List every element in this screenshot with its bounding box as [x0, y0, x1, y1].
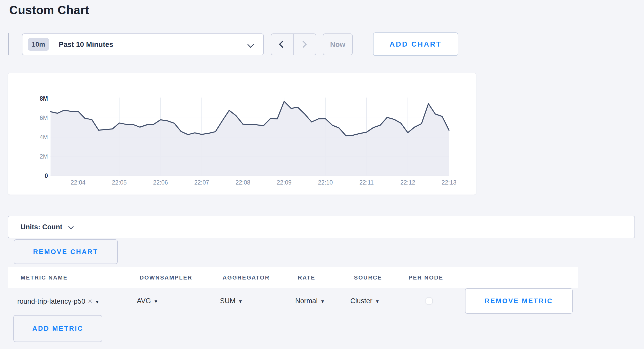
- col-header-source: SOURCE: [354, 274, 382, 281]
- chevron-right-icon: [299, 41, 307, 48]
- metric-name-select[interactable]: round-trip-latency-p50×▾: [17, 297, 99, 306]
- col-header-downsampler: DOWNSAMPLER: [140, 274, 192, 281]
- chart-card: 02M4M6M8M 22:0422:0522:0622:0722:0822:09…: [8, 73, 476, 195]
- aggregator-select[interactable]: SUM▾: [220, 297, 242, 305]
- toolbar-divider: [8, 33, 9, 55]
- downsampler-select[interactable]: AVG▾: [137, 297, 157, 305]
- col-header-rate: RATE: [298, 274, 315, 281]
- col-header-per-node: PER NODE: [409, 274, 443, 281]
- aggregator-value: SUM: [220, 297, 235, 305]
- rate-value: Normal: [295, 297, 318, 305]
- units-label: Units: Count: [21, 223, 62, 231]
- y-tick-label: 6M: [30, 115, 48, 121]
- metric-name-value: round-trip-latency-p50: [17, 298, 85, 305]
- x-tick-label: 22:07: [186, 179, 217, 186]
- time-range-badge: 10m: [28, 38, 49, 51]
- time-range-dropdown[interactable]: 10m Past 10 Minutes: [22, 33, 264, 55]
- chevron-down-icon: [247, 41, 254, 48]
- add-chart-button[interactable]: ADD CHART: [373, 32, 458, 56]
- y-tick-label: 0: [30, 172, 48, 179]
- col-header-metric-name: METRIC NAME: [21, 274, 68, 281]
- caret-down-icon: ▾: [376, 298, 379, 304]
- next-time-button[interactable]: [293, 34, 316, 55]
- x-tick-label: 22:06: [145, 179, 176, 186]
- time-range-label: Past 10 Minutes: [59, 40, 113, 49]
- add-metric-button[interactable]: ADD METRIC: [13, 315, 102, 342]
- x-tick-label: 22:11: [351, 179, 382, 186]
- y-tick-label: 2M: [30, 153, 48, 160]
- caret-down-icon: ▾: [155, 298, 157, 304]
- x-tick-label: 22:09: [269, 179, 300, 186]
- rate-select[interactable]: Normal▾: [295, 297, 324, 305]
- metrics-table-header: [8, 267, 578, 288]
- remove-chart-button[interactable]: REMOVE CHART: [14, 239, 118, 264]
- line-chart[interactable]: [8, 73, 476, 195]
- source-select[interactable]: Cluster▾: [350, 297, 379, 305]
- custom-chart-page: Custom Chart 10m Past 10 Minutes Now ADD…: [0, 0, 644, 349]
- source-value: Cluster: [350, 297, 372, 305]
- y-tick-label: 8M: [30, 95, 48, 102]
- units-dropdown[interactable]: Units: Count: [8, 216, 635, 238]
- caret-down-icon: ▾: [321, 298, 324, 304]
- downsampler-value: AVG: [137, 297, 151, 305]
- caret-down-icon: ▾: [239, 298, 242, 304]
- x-tick-label: 22:10: [310, 179, 341, 186]
- per-node-checkbox[interactable]: [426, 298, 433, 304]
- remove-metric-button[interactable]: REMOVE METRIC: [465, 288, 573, 314]
- x-tick-label: 22:08: [227, 179, 258, 186]
- x-tick-label: 22:04: [63, 179, 94, 186]
- x-tick-label: 22:12: [392, 179, 423, 186]
- prev-time-button[interactable]: [271, 34, 293, 55]
- col-header-aggregator: AGGREGATOR: [223, 274, 270, 281]
- x-tick-label: 22:13: [434, 179, 464, 186]
- caret-down-icon: ▾: [96, 299, 99, 305]
- remove-metric-value-icon[interactable]: ×: [88, 297, 92, 305]
- chevron-down-icon: [68, 224, 74, 229]
- x-tick-label: 22:05: [104, 179, 135, 186]
- chevron-left-icon: [279, 41, 286, 48]
- page-title: Custom Chart: [9, 3, 89, 17]
- time-step-buttons: [271, 33, 316, 55]
- y-tick-label: 4M: [30, 134, 48, 141]
- now-button[interactable]: Now: [323, 33, 353, 55]
